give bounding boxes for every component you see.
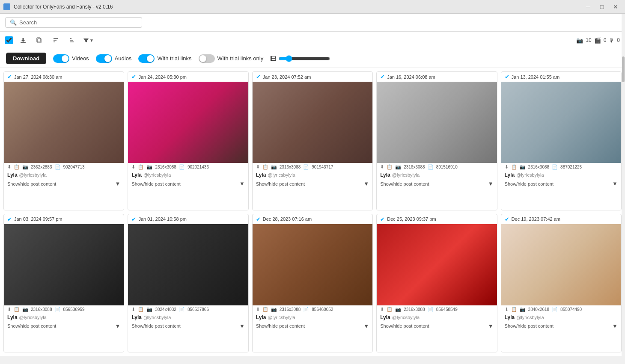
media-thumbnail[interactable] [501,224,621,305]
show-hide-row[interactable]: Show/hide post content ▼ [377,321,497,332]
media-card: ✔ Jan 03, 2024 09:57 pm ⬇ 📋 📷 2316x3088 … [3,214,124,353]
minimize-button[interactable]: ─ [582,2,594,12]
search-input[interactable] [19,19,137,26]
show-hide-row[interactable]: Show/hide post content ▼ [501,321,621,332]
show-hide-label: Show/hide post content [505,181,554,186]
download-meta-icon[interactable]: ⬇ [7,164,11,170]
user-handle: @lyricsbylyla [392,315,420,320]
scrollbar-track[interactable] [622,14,625,356]
media-thumbnail[interactable] [501,82,621,163]
sort-desc-button[interactable] [66,34,78,46]
media-thumbnail[interactable] [128,224,248,305]
search-input-wrap[interactable]: 🔍 [5,17,142,28]
svg-rect-0 [21,42,26,43]
media-thumbnail[interactable] [377,82,497,163]
audios-toggle-group: Audios [96,54,132,63]
audios-toggle[interactable] [96,54,112,63]
select-all-checkbox[interactable] [5,36,13,44]
download-meta-icon[interactable]: ⬇ [131,307,135,312]
film-icon: 🎞 [270,55,276,62]
app-icon [3,3,10,10]
media-thumbnail[interactable] [253,82,372,163]
quality-slider[interactable] [279,55,330,62]
download-meta-icon[interactable]: ⬇ [256,307,260,312]
camera-meta-icon: 📷 [395,164,401,170]
show-hide-row[interactable]: Show/hide post content ▼ [128,179,248,189]
media-thumbnail[interactable] [377,224,497,305]
copy-button[interactable] [33,34,45,46]
download-toolbar-button[interactable] [17,34,29,46]
media-date: ✔ Dec 19, 2023 07:42 am [501,214,621,224]
date-text: Dec 19, 2023 07:42 am [512,216,560,222]
copy-meta-icon[interactable]: 📋 [14,307,20,312]
show-hide-row[interactable]: Show/hide post content ▼ [253,321,372,332]
user-handle: @lyricsbylyla [143,315,171,320]
media-meta: ⬇ 📋 📷 2316x3088 📄 856458549 [377,305,497,314]
user-handle: @lyricsbylyla [19,172,47,178]
download-meta-icon[interactable]: ⬇ [505,164,509,170]
date-text: Jan 27, 2024 08:30 am [14,74,62,80]
media-thumbnail[interactable] [253,224,372,305]
dimensions-text: 2316x3088 [31,307,52,312]
search-bar: 🔍 [0,14,625,32]
date-check-icon: ✔ [505,216,509,222]
show-hide-row[interactable]: Show/hide post content ▼ [4,321,124,332]
download-meta-icon[interactable]: ⬇ [256,164,260,170]
copy-meta-icon[interactable]: 📋 [387,164,393,170]
show-hide-row[interactable]: Show/hide post content ▼ [253,179,372,189]
show-hide-row[interactable]: Show/hide post content ▼ [501,179,621,189]
trial-links-only-toggle[interactable] [199,54,215,63]
copy-meta-icon[interactable]: 📋 [511,307,517,312]
media-date: ✔ Dec 25, 2023 09:37 pm [377,214,497,224]
filter-button[interactable]: ▼ [82,34,94,46]
copy-meta-icon[interactable]: 📋 [138,307,144,312]
date-check-icon: ✔ [131,74,136,80]
download-meta-icon[interactable]: ⬇ [505,307,509,312]
maximize-button[interactable]: □ [596,2,608,12]
dimensions-text: 2316x3088 [155,165,176,169]
trial-links-toggle[interactable] [138,54,155,63]
photo-count: 10 [586,37,591,43]
media-thumbnail[interactable] [4,224,124,305]
copy-meta-icon[interactable]: 📋 [138,164,144,170]
date-check-icon: ✔ [380,74,385,80]
dimensions-text: 2316x3088 [280,165,301,169]
scrollbar-thumb[interactable] [622,56,625,82]
media-date: ✔ Dec 28, 2023 07:16 am [253,214,372,224]
copy-meta-icon[interactable]: 📋 [511,164,517,170]
download-meta-icon[interactable]: ⬇ [7,307,11,312]
show-hide-row[interactable]: Show/hide post content ▼ [377,179,497,189]
sort-asc-button[interactable] [50,34,62,46]
copy-meta-icon[interactable]: 📋 [262,164,268,170]
file-id-text: 901943717 [312,165,333,169]
copy-meta-icon[interactable]: 📋 [387,307,393,312]
media-thumbnail[interactable] [128,82,248,163]
trial-links-only-label: With trial links only [217,55,264,62]
show-hide-row[interactable]: Show/hide post content ▼ [4,179,124,189]
media-thumbnail[interactable] [4,82,124,163]
copy-meta-icon[interactable]: 📋 [262,307,268,312]
chevron-down-icon: ▼ [488,323,494,329]
user-name: Lyla [256,172,266,178]
download-meta-icon[interactable]: ⬇ [380,307,384,312]
user-handle: @lyricsbylyla [19,315,47,320]
user-name: Lyla [505,314,515,320]
file-meta-icon: 📄 [303,307,309,312]
dimensions-text: 2362x2883 [31,165,52,169]
media-user: Lyla @lyricsbylyla [253,171,372,179]
download-meta-icon[interactable]: ⬇ [380,164,384,170]
dimensions-text: 2316x3088 [404,307,425,312]
download-meta-icon[interactable]: ⬇ [131,164,135,170]
show-hide-label: Show/hide post content [505,323,554,328]
videos-toggle[interactable] [53,54,69,63]
media-user: Lyla @lyricsbylyla [377,314,497,321]
file-meta-icon: 📄 [55,164,61,170]
user-handle: @lyricsbylyla [392,172,420,178]
download-button[interactable]: Download [6,53,46,64]
media-card: ✔ Jan 23, 2024 07:52 am ⬇ 📋 📷 2316x3088 … [252,71,373,210]
show-hide-row[interactable]: Show/hide post content ▼ [128,321,248,332]
copy-meta-icon[interactable]: 📋 [14,164,20,170]
show-hide-label: Show/hide post content [7,181,56,186]
close-button[interactable]: ✕ [610,2,622,12]
show-hide-label: Show/hide post content [256,323,305,328]
